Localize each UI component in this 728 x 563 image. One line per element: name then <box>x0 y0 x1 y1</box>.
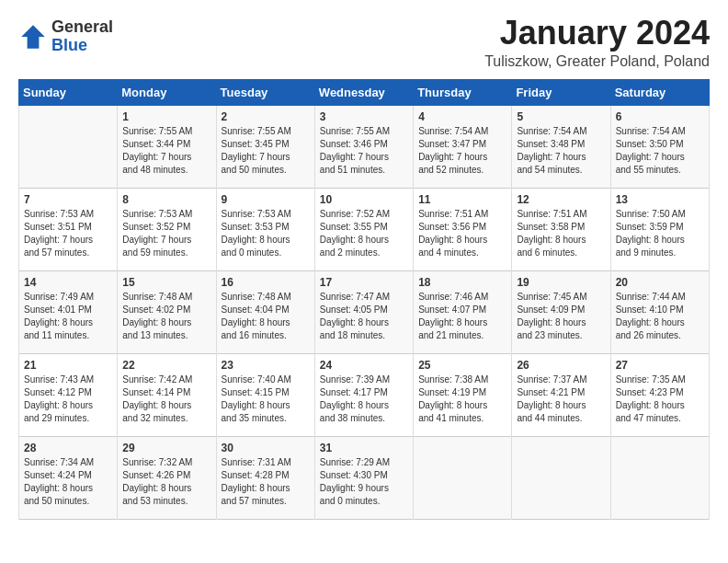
day-number: 4 <box>418 110 506 123</box>
day-number: 13 <box>616 193 704 206</box>
day-content: Sunrise: 7:53 AM Sunset: 3:53 PM Dayligh… <box>222 208 310 259</box>
calendar-body: 1Sunrise: 7:55 AM Sunset: 3:44 PM Daylig… <box>19 105 710 519</box>
logo-general-text: General <box>51 18 113 37</box>
day-content: Sunrise: 7:51 AM Sunset: 3:56 PM Dayligh… <box>418 208 506 259</box>
day-number: 21 <box>24 359 112 372</box>
calendar-cell: 18Sunrise: 7:46 AM Sunset: 4:07 PM Dayli… <box>414 270 512 353</box>
calendar-cell <box>610 436 709 519</box>
day-content: Sunrise: 7:54 AM Sunset: 3:47 PM Dayligh… <box>418 125 506 177</box>
calendar-week-row: 28Sunrise: 7:34 AM Sunset: 4:24 PM Dayli… <box>19 436 710 519</box>
day-number: 12 <box>517 193 605 206</box>
day-content: Sunrise: 7:54 AM Sunset: 3:48 PM Dayligh… <box>517 125 605 177</box>
day-number: 10 <box>320 193 408 206</box>
calendar-cell: 22Sunrise: 7:42 AM Sunset: 4:14 PM Dayli… <box>118 353 216 436</box>
logo-blue-text: Blue <box>51 37 113 55</box>
day-content: Sunrise: 7:35 AM Sunset: 4:23 PM Dayligh… <box>616 373 704 425</box>
day-number: 31 <box>320 442 408 454</box>
calendar-cell: 28Sunrise: 7:34 AM Sunset: 4:24 PM Dayli… <box>19 436 118 519</box>
day-number: 25 <box>418 359 506 372</box>
calendar-week-row: 1Sunrise: 7:55 AM Sunset: 3:44 PM Daylig… <box>19 105 710 188</box>
calendar-cell: 27Sunrise: 7:35 AM Sunset: 4:23 PM Dayli… <box>610 353 709 436</box>
day-content: Sunrise: 7:34 AM Sunset: 4:24 PM Dayligh… <box>24 456 112 508</box>
calendar-cell: 14Sunrise: 7:49 AM Sunset: 4:01 PM Dayli… <box>19 270 118 353</box>
day-content: Sunrise: 7:51 AM Sunset: 3:58 PM Dayligh… <box>517 208 605 259</box>
day-content: Sunrise: 7:48 AM Sunset: 4:04 PM Dayligh… <box>222 291 310 342</box>
day-number: 17 <box>320 276 408 289</box>
day-number: 20 <box>616 276 704 289</box>
day-header-wednesday: Wednesday <box>314 79 413 105</box>
day-content: Sunrise: 7:55 AM Sunset: 3:45 PM Dayligh… <box>222 125 310 177</box>
day-number: 28 <box>24 442 112 454</box>
day-content: Sunrise: 7:50 AM Sunset: 3:59 PM Dayligh… <box>616 208 704 259</box>
calendar-cell: 17Sunrise: 7:47 AM Sunset: 4:05 PM Dayli… <box>314 270 413 353</box>
day-content: Sunrise: 7:54 AM Sunset: 3:50 PM Dayligh… <box>616 125 704 177</box>
day-content: Sunrise: 7:39 AM Sunset: 4:17 PM Dayligh… <box>320 373 408 425</box>
day-content: Sunrise: 7:52 AM Sunset: 3:55 PM Dayligh… <box>320 208 408 259</box>
title-area: January 2024 Tuliszkow, Greater Poland, … <box>484 15 710 70</box>
day-number: 26 <box>517 359 605 372</box>
calendar-cell <box>19 105 118 188</box>
calendar-cell: 19Sunrise: 7:45 AM Sunset: 4:09 PM Dayli… <box>512 270 610 353</box>
day-number: 29 <box>122 442 210 454</box>
day-content: Sunrise: 7:49 AM Sunset: 4:01 PM Dayligh… <box>24 291 112 342</box>
calendar-week-row: 21Sunrise: 7:43 AM Sunset: 4:12 PM Dayli… <box>19 353 710 436</box>
month-title: January 2024 <box>484 15 710 52</box>
day-header-saturday: Saturday <box>610 79 709 105</box>
calendar-cell: 21Sunrise: 7:43 AM Sunset: 4:12 PM Dayli… <box>19 353 118 436</box>
calendar-cell: 15Sunrise: 7:48 AM Sunset: 4:02 PM Dayli… <box>118 270 216 353</box>
day-number: 18 <box>418 276 506 289</box>
calendar-cell: 31Sunrise: 7:29 AM Sunset: 4:30 PM Dayli… <box>314 436 413 519</box>
calendar-cell: 30Sunrise: 7:31 AM Sunset: 4:28 PM Dayli… <box>216 436 314 519</box>
day-header-tuesday: Tuesday <box>216 79 314 105</box>
logo-icon <box>18 22 48 52</box>
calendar-cell: 9Sunrise: 7:53 AM Sunset: 3:53 PM Daylig… <box>216 188 314 270</box>
day-content: Sunrise: 7:55 AM Sunset: 3:44 PM Dayligh… <box>122 125 210 177</box>
logo: General Blue <box>18 18 113 55</box>
calendar-cell <box>512 436 610 519</box>
day-content: Sunrise: 7:42 AM Sunset: 4:14 PM Dayligh… <box>122 373 210 425</box>
calendar-cell: 4Sunrise: 7:54 AM Sunset: 3:47 PM Daylig… <box>414 105 512 188</box>
calendar-cell: 5Sunrise: 7:54 AM Sunset: 3:48 PM Daylig… <box>512 105 610 188</box>
calendar-cell: 10Sunrise: 7:52 AM Sunset: 3:55 PM Dayli… <box>314 188 413 270</box>
day-content: Sunrise: 7:46 AM Sunset: 4:07 PM Dayligh… <box>418 291 506 342</box>
day-number: 3 <box>320 110 408 123</box>
day-number: 2 <box>222 110 310 123</box>
day-number: 15 <box>122 276 210 289</box>
calendar-cell: 16Sunrise: 7:48 AM Sunset: 4:04 PM Dayli… <box>216 270 314 353</box>
day-number: 24 <box>320 359 408 372</box>
day-header-monday: Monday <box>118 79 216 105</box>
day-content: Sunrise: 7:29 AM Sunset: 4:30 PM Dayligh… <box>320 456 408 508</box>
calendar-cell: 26Sunrise: 7:37 AM Sunset: 4:21 PM Dayli… <box>512 353 610 436</box>
calendar-cell: 8Sunrise: 7:53 AM Sunset: 3:52 PM Daylig… <box>118 188 216 270</box>
day-header-friday: Friday <box>512 79 610 105</box>
day-number: 11 <box>418 193 506 206</box>
calendar-week-row: 14Sunrise: 7:49 AM Sunset: 4:01 PM Dayli… <box>19 270 710 353</box>
day-number: 27 <box>616 359 704 372</box>
day-number: 7 <box>24 193 112 206</box>
page-header: General Blue January 2024 Tuliszkow, Gre… <box>18 15 710 70</box>
day-content: Sunrise: 7:48 AM Sunset: 4:02 PM Dayligh… <box>122 291 210 342</box>
svg-marker-0 <box>21 25 45 49</box>
day-content: Sunrise: 7:53 AM Sunset: 3:52 PM Dayligh… <box>122 208 210 259</box>
calendar-table: SundayMondayTuesdayWednesdayThursdayFrid… <box>18 79 710 520</box>
day-content: Sunrise: 7:55 AM Sunset: 3:46 PM Dayligh… <box>320 125 408 177</box>
calendar-cell: 6Sunrise: 7:54 AM Sunset: 3:50 PM Daylig… <box>610 105 709 188</box>
day-content: Sunrise: 7:40 AM Sunset: 4:15 PM Dayligh… <box>222 373 310 425</box>
calendar-cell: 3Sunrise: 7:55 AM Sunset: 3:46 PM Daylig… <box>314 105 413 188</box>
day-number: 22 <box>122 359 210 372</box>
day-number: 9 <box>222 193 310 206</box>
calendar-cell <box>414 436 512 519</box>
day-number: 23 <box>222 359 310 372</box>
calendar-cell: 23Sunrise: 7:40 AM Sunset: 4:15 PM Dayli… <box>216 353 314 436</box>
location-title: Tuliszkow, Greater Poland, Poland <box>484 53 710 70</box>
day-number: 6 <box>616 110 704 123</box>
day-content: Sunrise: 7:37 AM Sunset: 4:21 PM Dayligh… <box>517 373 605 425</box>
calendar-cell: 12Sunrise: 7:51 AM Sunset: 3:58 PM Dayli… <box>512 188 610 270</box>
day-header-thursday: Thursday <box>414 79 512 105</box>
calendar-week-row: 7Sunrise: 7:53 AM Sunset: 3:51 PM Daylig… <box>19 188 710 270</box>
calendar-cell: 2Sunrise: 7:55 AM Sunset: 3:45 PM Daylig… <box>216 105 314 188</box>
day-header-sunday: Sunday <box>19 79 118 105</box>
calendar-cell: 13Sunrise: 7:50 AM Sunset: 3:59 PM Dayli… <box>610 188 709 270</box>
calendar-header-row: SundayMondayTuesdayWednesdayThursdayFrid… <box>19 79 710 105</box>
day-number: 8 <box>122 193 210 206</box>
